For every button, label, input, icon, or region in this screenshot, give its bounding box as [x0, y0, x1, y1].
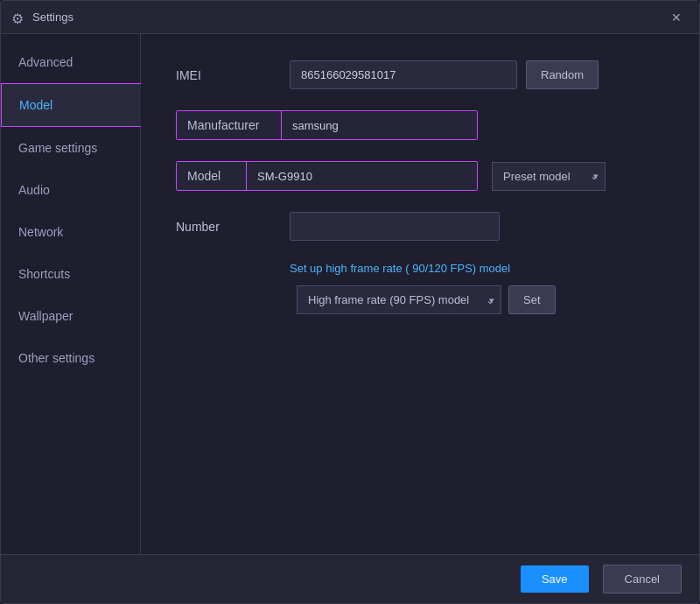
titlebar-left: ⚙ Settings — [11, 11, 74, 25]
sidebar-item-game-settings[interactable]: Game settings — [1, 127, 140, 169]
fps-row: High frame rate (90 FPS) model High fram… — [290, 285, 664, 314]
imei-label: IMEI — [176, 68, 290, 82]
model-row: Model Preset model ▾ — [176, 161, 664, 191]
sidebar-item-model[interactable]: Model — [1, 83, 141, 127]
sidebar-item-other-settings[interactable]: Other settings — [1, 337, 140, 379]
sidebar-item-network[interactable]: Network — [1, 211, 140, 253]
model-label: Model — [177, 162, 247, 190]
cancel-button[interactable]: Cancel — [603, 565, 682, 593]
sidebar-item-shortcuts[interactable]: Shortcuts — [1, 253, 140, 295]
fps-select[interactable]: High frame rate (90 FPS) model High fram… — [297, 285, 501, 314]
titlebar: ⚙ Settings ✕ — [1, 1, 699, 34]
model-wrapper: Model — [176, 161, 478, 191]
content-area: Advanced Model Game settings Audio Netwo… — [1, 34, 699, 554]
number-input[interactable] — [290, 212, 500, 241]
settings-window: ⚙ Settings ✕ Advanced Model Game setting… — [0, 0, 700, 604]
random-button[interactable]: Random — [526, 60, 598, 89]
number-row: Number — [176, 212, 664, 241]
sidebar-item-wallpaper[interactable]: Wallpaper — [1, 295, 140, 337]
manufacturer-label: Manufacturer — [177, 111, 282, 139]
imei-row: IMEI Random — [176, 60, 664, 89]
model-input[interactable] — [247, 163, 477, 190]
save-button[interactable]: Save — [521, 565, 589, 593]
number-label: Number — [176, 220, 290, 234]
preset-model-select[interactable]: Preset model — [492, 162, 606, 191]
manufacturer-wrapper: Manufacturer — [176, 110, 478, 140]
manufacturer-input[interactable] — [282, 112, 477, 139]
close-button[interactable]: ✕ — [664, 5, 689, 30]
main-content: IMEI Random Manufacturer Model — [141, 34, 699, 554]
fps-link[interactable]: Set up high frame rate ( 90/120 FPS) mod… — [290, 262, 664, 275]
sidebar-item-audio[interactable]: Audio — [1, 169, 140, 211]
preset-model-select-wrapper: Preset model ▾ — [485, 162, 606, 191]
manufacturer-row: Manufacturer — [176, 110, 664, 140]
settings-icon: ⚙ — [11, 11, 25, 25]
window-title: Settings — [32, 11, 74, 24]
imei-input[interactable] — [290, 60, 517, 89]
fps-select-wrapper: High frame rate (90 FPS) model High fram… — [290, 285, 501, 314]
sidebar-item-advanced[interactable]: Advanced — [1, 41, 140, 83]
set-button[interactable]: Set — [508, 285, 556, 314]
footer: Save Cancel — [1, 554, 699, 603]
sidebar: Advanced Model Game settings Audio Netwo… — [1, 34, 141, 554]
